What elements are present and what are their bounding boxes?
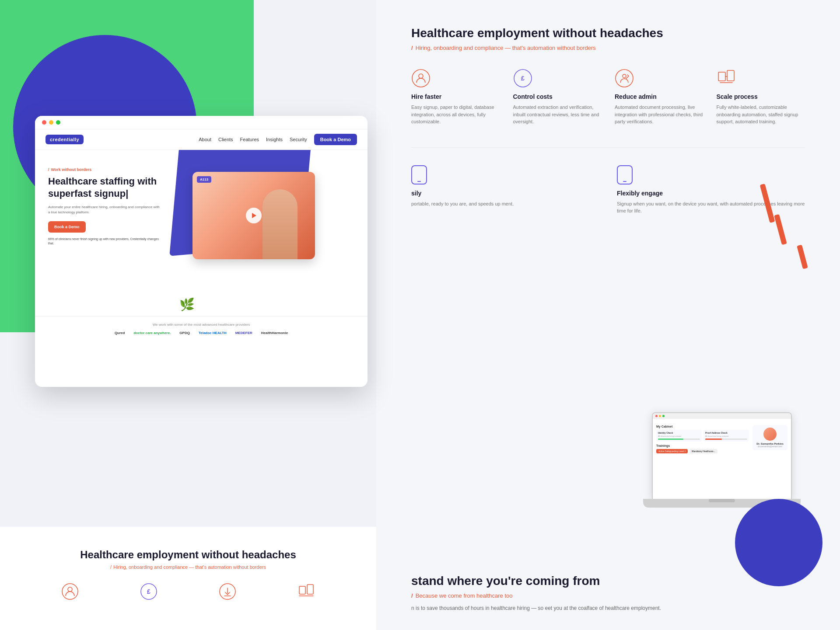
laptop-area: My Cabinet Identity Check All documents … [630,412,814,508]
mobile-icon [617,165,633,184]
top-right-content: Healthcare employment without headaches … [376,0,840,232]
identity-check-progress-fill [658,439,683,440]
screen-dot-green [662,415,665,417]
proof-address-title: Proof Address Check [705,432,747,434]
identity-check-progress [658,439,700,440]
main-section-subtitle: / Hiring, onboarding and compliance — th… [411,45,805,51]
screen-content: My Cabinet Identity Check All documents … [653,421,791,457]
trainings-title: Trainings [656,444,749,447]
sily-feature: sily portable, ready to you are, and spe… [411,165,599,215]
svg-point-4 [616,70,633,87]
hero-title: Healthcare staffing with superfast signu… [48,175,162,199]
bottom-icon-3 [192,583,262,604]
bottom-section-title: Healthcare employment without headaches [35,549,341,561]
feature-scale-process: Scale process Fully white-labeled, custo… [717,69,805,125]
bottom-icon-1 [35,583,105,604]
svg-point-9 [68,587,72,592]
identity-check-sub: All documents being reviewed [658,435,700,437]
svg-rect-6 [718,72,725,81]
svg-point-5 [623,74,626,78]
hero-left: / Work without borders Healthcare staffi… [48,163,162,307]
stand-desc: n is to save thousands of hours in healt… [411,604,674,613]
hero-section: / Work without borders Healthcare staffi… [35,150,368,316]
feature-hire-faster-desc: Easy signup, paper to digital, database … [411,104,500,125]
profile-panel: Dr. Samantha Perkins dr.samantha@email.c… [752,425,788,450]
browser-dot-maximize[interactable] [56,120,60,125]
hire-faster-icon [411,69,430,88]
partner-doctor: doctor care anywhere. [133,331,171,335]
reduce-admin-icon [615,69,634,88]
feature-reduce-admin: Reduce admin Automated document processi… [615,69,704,125]
sily-desc: portable, ready to you are, and speeds u… [411,200,599,208]
nav-security[interactable]: Security [290,137,307,142]
sily-title: sily [411,190,599,197]
profile-email: dr.samantha@email.com [755,445,785,448]
engage-desc: Signup when you want, on the device you … [617,200,805,215]
feature-reduce-admin-desc: Automated document processing, live inte… [615,104,704,125]
bottom-icon-4 [271,583,341,604]
stand-subtitle: / Because we come from healthcare too [411,592,805,599]
nav-insights[interactable]: Insights [266,137,283,142]
logo[interactable]: credentially [46,135,84,144]
nav-about[interactable]: About [199,137,211,142]
main-section-title: Healthcare employment without headaches [411,26,805,40]
browser-dot-minimize[interactable] [49,120,53,125]
profile-avatar [763,428,777,441]
browser-dot-close[interactable] [42,120,46,125]
laptop-screen: My Cabinet Identity Check All documents … [652,412,792,500]
svg-rect-14 [307,585,313,594]
bottom-icons-grid: £ [35,583,341,604]
play-triangle-icon [252,213,256,218]
video-card: A113 [192,172,315,259]
feature-scale-process-title: Scale process [717,93,805,100]
stand-slash-icon: / [411,592,413,599]
proof-address-progress [705,439,747,440]
partners-section: We work with some of the most advanced h… [35,316,368,341]
nav-cta-button[interactable]: Book a Demo [314,134,357,145]
features-divider [411,147,805,148]
nav-clients[interactable]: Clients [218,137,233,142]
hero-description: Automate your entire healthcare hiring, … [48,205,162,215]
feature-control-costs-title: Control costs [513,93,602,100]
slash-icon: / [48,167,49,172]
feature-control-costs-desc: Automated extraction and verification, i… [513,104,602,125]
engage-row: sily portable, ready to you are, and spe… [411,157,805,215]
proof-address-progress-fill [705,439,722,440]
browser-window: credentially About Clients Features Insi… [35,116,368,387]
svg-rect-7 [727,70,734,81]
bottom-section-subtitle: / Hiring, onboarding and compliance — th… [35,564,341,570]
bottom-icon-2: £ [114,583,184,604]
bottom-icon-scale [298,583,315,600]
stand-title: stand where you're coming from [411,574,805,588]
training-badge-1: Active Safeguarding Level 2 [656,449,688,453]
svg-text:£: £ [521,75,525,82]
hero-cta-button[interactable]: Book a Demo [48,221,86,233]
feature-control-costs: £ Control costs Automated extraction and… [513,69,602,125]
partner-teladoc: Teladoc HEALTH [199,331,227,335]
identity-check-title: Identity Check [658,432,700,434]
feature-hire-faster: Hire faster Easy signup, paper to digita… [411,69,500,125]
bottom-left-section: Healthcare employment without headaches … [0,527,376,630]
hero-stat: 66% of clinicians never finish signing u… [48,237,162,246]
nav-features[interactable]: Features [240,137,259,142]
features-grid: Hire faster Easy signup, paper to digita… [411,69,805,125]
partner-medefer: MEDEFER [235,331,252,335]
cabinet-title: My Cabinet [656,425,749,428]
bottom-slash-icon: / [110,564,112,570]
bottom-icon-download [219,583,236,600]
person-illustration [262,189,298,259]
partners-title: We work with some of the most advanced h… [48,323,354,327]
play-button[interactable] [246,208,262,223]
training-item-1: Mandatory Healthcare... [690,449,717,453]
engage-feature: Flexibly engage Signup when you want, on… [617,165,805,215]
training-items: Active Safeguarding Level 2 Mandatory He… [656,449,749,453]
cabinet-grid: Identity Check All documents being revie… [656,430,749,442]
proof-address-sub: All documents being reviewed [705,435,747,437]
bottom-icon-person [61,583,79,600]
svg-text:£: £ [147,588,150,595]
partner-qured: Qured [115,331,125,335]
proof-address-card: Proof Address Check All documents being … [704,430,749,442]
feature-reduce-admin-title: Reduce admin [615,93,704,100]
plant-decoration: 🌿 [179,297,195,312]
video-label: A113 [197,176,211,183]
